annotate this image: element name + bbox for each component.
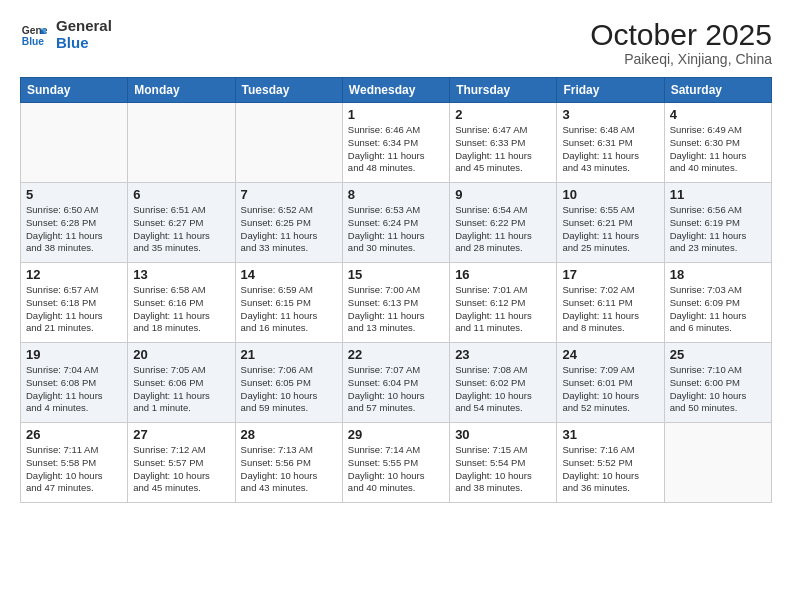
day-number: 6 xyxy=(133,187,229,202)
table-row xyxy=(21,103,128,183)
day-number: 30 xyxy=(455,427,551,442)
calendar-week-row: 5Sunrise: 6:50 AM Sunset: 6:28 PM Daylig… xyxy=(21,183,772,263)
day-info: Sunrise: 7:01 AM Sunset: 6:12 PM Dayligh… xyxy=(455,284,551,335)
day-info: Sunrise: 6:53 AM Sunset: 6:24 PM Dayligh… xyxy=(348,204,444,255)
table-row: 5Sunrise: 6:50 AM Sunset: 6:28 PM Daylig… xyxy=(21,183,128,263)
table-row: 12Sunrise: 6:57 AM Sunset: 6:18 PM Dayli… xyxy=(21,263,128,343)
table-row: 7Sunrise: 6:52 AM Sunset: 6:25 PM Daylig… xyxy=(235,183,342,263)
day-info: Sunrise: 7:02 AM Sunset: 6:11 PM Dayligh… xyxy=(562,284,658,335)
header: General Blue General Blue October 2025 P… xyxy=(20,18,772,67)
day-info: Sunrise: 7:07 AM Sunset: 6:04 PM Dayligh… xyxy=(348,364,444,415)
day-number: 26 xyxy=(26,427,122,442)
header-friday: Friday xyxy=(557,78,664,103)
table-row: 8Sunrise: 6:53 AM Sunset: 6:24 PM Daylig… xyxy=(342,183,449,263)
day-number: 28 xyxy=(241,427,337,442)
day-info: Sunrise: 7:14 AM Sunset: 5:55 PM Dayligh… xyxy=(348,444,444,495)
day-info: Sunrise: 6:49 AM Sunset: 6:30 PM Dayligh… xyxy=(670,124,766,175)
table-row: 21Sunrise: 7:06 AM Sunset: 6:05 PM Dayli… xyxy=(235,343,342,423)
day-number: 19 xyxy=(26,347,122,362)
calendar-week-row: 19Sunrise: 7:04 AM Sunset: 6:08 PM Dayli… xyxy=(21,343,772,423)
day-info: Sunrise: 7:08 AM Sunset: 6:02 PM Dayligh… xyxy=(455,364,551,415)
day-info: Sunrise: 6:55 AM Sunset: 6:21 PM Dayligh… xyxy=(562,204,658,255)
day-number: 9 xyxy=(455,187,551,202)
day-number: 17 xyxy=(562,267,658,282)
calendar-week-row: 12Sunrise: 6:57 AM Sunset: 6:18 PM Dayli… xyxy=(21,263,772,343)
day-number: 4 xyxy=(670,107,766,122)
day-number: 22 xyxy=(348,347,444,362)
day-info: Sunrise: 6:54 AM Sunset: 6:22 PM Dayligh… xyxy=(455,204,551,255)
day-info: Sunrise: 7:00 AM Sunset: 6:13 PM Dayligh… xyxy=(348,284,444,335)
table-row: 26Sunrise: 7:11 AM Sunset: 5:58 PM Dayli… xyxy=(21,423,128,503)
day-number: 21 xyxy=(241,347,337,362)
day-info: Sunrise: 7:15 AM Sunset: 5:54 PM Dayligh… xyxy=(455,444,551,495)
day-number: 2 xyxy=(455,107,551,122)
table-row: 14Sunrise: 6:59 AM Sunset: 6:15 PM Dayli… xyxy=(235,263,342,343)
table-row: 16Sunrise: 7:01 AM Sunset: 6:12 PM Dayli… xyxy=(450,263,557,343)
table-row: 27Sunrise: 7:12 AM Sunset: 5:57 PM Dayli… xyxy=(128,423,235,503)
day-number: 5 xyxy=(26,187,122,202)
day-info: Sunrise: 7:12 AM Sunset: 5:57 PM Dayligh… xyxy=(133,444,229,495)
table-row: 23Sunrise: 7:08 AM Sunset: 6:02 PM Dayli… xyxy=(450,343,557,423)
calendar-week-row: 1Sunrise: 6:46 AM Sunset: 6:34 PM Daylig… xyxy=(21,103,772,183)
header-tuesday: Tuesday xyxy=(235,78,342,103)
day-number: 18 xyxy=(670,267,766,282)
logo-icon: General Blue xyxy=(20,21,48,49)
table-row: 30Sunrise: 7:15 AM Sunset: 5:54 PM Dayli… xyxy=(450,423,557,503)
table-row xyxy=(235,103,342,183)
day-number: 7 xyxy=(241,187,337,202)
day-number: 8 xyxy=(348,187,444,202)
day-number: 20 xyxy=(133,347,229,362)
day-info: Sunrise: 6:50 AM Sunset: 6:28 PM Dayligh… xyxy=(26,204,122,255)
day-info: Sunrise: 6:47 AM Sunset: 6:33 PM Dayligh… xyxy=(455,124,551,175)
day-number: 10 xyxy=(562,187,658,202)
logo-text-block: General Blue xyxy=(56,18,112,51)
day-info: Sunrise: 6:51 AM Sunset: 6:27 PM Dayligh… xyxy=(133,204,229,255)
table-row: 24Sunrise: 7:09 AM Sunset: 6:01 PM Dayli… xyxy=(557,343,664,423)
day-info: Sunrise: 6:46 AM Sunset: 6:34 PM Dayligh… xyxy=(348,124,444,175)
day-number: 24 xyxy=(562,347,658,362)
page: General Blue General Blue October 2025 P… xyxy=(0,0,792,612)
day-number: 31 xyxy=(562,427,658,442)
calendar-header-row: Sunday Monday Tuesday Wednesday Thursday… xyxy=(21,78,772,103)
header-monday: Monday xyxy=(128,78,235,103)
day-info: Sunrise: 6:58 AM Sunset: 6:16 PM Dayligh… xyxy=(133,284,229,335)
table-row: 22Sunrise: 7:07 AM Sunset: 6:04 PM Dayli… xyxy=(342,343,449,423)
day-number: 1 xyxy=(348,107,444,122)
day-info: Sunrise: 6:56 AM Sunset: 6:19 PM Dayligh… xyxy=(670,204,766,255)
day-number: 23 xyxy=(455,347,551,362)
table-row: 6Sunrise: 6:51 AM Sunset: 6:27 PM Daylig… xyxy=(128,183,235,263)
table-row: 18Sunrise: 7:03 AM Sunset: 6:09 PM Dayli… xyxy=(664,263,771,343)
day-info: Sunrise: 6:52 AM Sunset: 6:25 PM Dayligh… xyxy=(241,204,337,255)
logo-blue: Blue xyxy=(56,35,112,52)
day-info: Sunrise: 7:10 AM Sunset: 6:00 PM Dayligh… xyxy=(670,364,766,415)
table-row: 9Sunrise: 6:54 AM Sunset: 6:22 PM Daylig… xyxy=(450,183,557,263)
table-row: 31Sunrise: 7:16 AM Sunset: 5:52 PM Dayli… xyxy=(557,423,664,503)
header-wednesday: Wednesday xyxy=(342,78,449,103)
title-block: October 2025 Paikeqi, Xinjiang, China xyxy=(590,18,772,67)
day-info: Sunrise: 7:05 AM Sunset: 6:06 PM Dayligh… xyxy=(133,364,229,415)
table-row: 3Sunrise: 6:48 AM Sunset: 6:31 PM Daylig… xyxy=(557,103,664,183)
day-number: 29 xyxy=(348,427,444,442)
day-info: Sunrise: 7:03 AM Sunset: 6:09 PM Dayligh… xyxy=(670,284,766,335)
day-number: 16 xyxy=(455,267,551,282)
logo-general: General xyxy=(56,18,112,35)
day-info: Sunrise: 6:48 AM Sunset: 6:31 PM Dayligh… xyxy=(562,124,658,175)
day-number: 13 xyxy=(133,267,229,282)
day-info: Sunrise: 7:16 AM Sunset: 5:52 PM Dayligh… xyxy=(562,444,658,495)
day-info: Sunrise: 7:09 AM Sunset: 6:01 PM Dayligh… xyxy=(562,364,658,415)
table-row xyxy=(128,103,235,183)
day-info: Sunrise: 7:06 AM Sunset: 6:05 PM Dayligh… xyxy=(241,364,337,415)
table-row: 11Sunrise: 6:56 AM Sunset: 6:19 PM Dayli… xyxy=(664,183,771,263)
table-row: 25Sunrise: 7:10 AM Sunset: 6:00 PM Dayli… xyxy=(664,343,771,423)
calendar-week-row: 26Sunrise: 7:11 AM Sunset: 5:58 PM Dayli… xyxy=(21,423,772,503)
day-number: 12 xyxy=(26,267,122,282)
logo: General Blue General Blue xyxy=(20,18,112,51)
table-row: 19Sunrise: 7:04 AM Sunset: 6:08 PM Dayli… xyxy=(21,343,128,423)
day-number: 25 xyxy=(670,347,766,362)
table-row: 20Sunrise: 7:05 AM Sunset: 6:06 PM Dayli… xyxy=(128,343,235,423)
subtitle: Paikeqi, Xinjiang, China xyxy=(590,51,772,67)
day-info: Sunrise: 7:11 AM Sunset: 5:58 PM Dayligh… xyxy=(26,444,122,495)
table-row: 17Sunrise: 7:02 AM Sunset: 6:11 PM Dayli… xyxy=(557,263,664,343)
table-row: 10Sunrise: 6:55 AM Sunset: 6:21 PM Dayli… xyxy=(557,183,664,263)
table-row xyxy=(664,423,771,503)
